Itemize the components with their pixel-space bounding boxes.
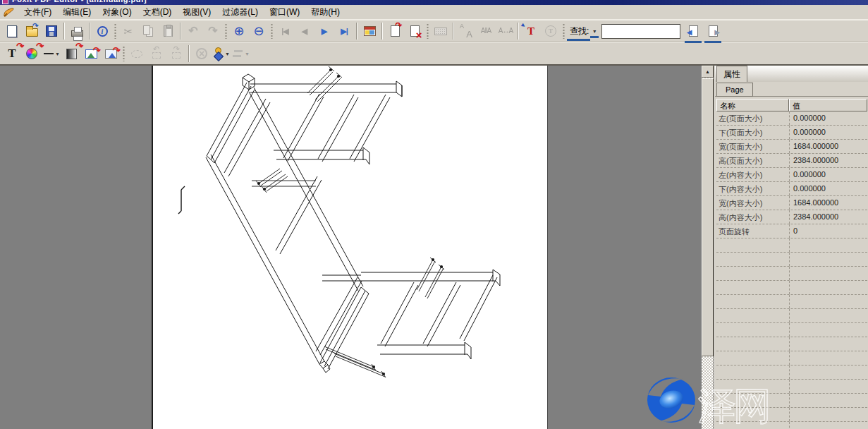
property-row-7[interactable]: 高(内容大小)2384.000000 (716, 210, 867, 224)
property-row-1[interactable]: 下(页面大小)0.000000 (716, 126, 867, 140)
vertical-scrollbar[interactable] (702, 66, 714, 429)
zoom-in-button[interactable] (230, 22, 248, 40)
property-row-4[interactable]: 左(内容大小)0.000000 (716, 168, 867, 182)
property-row-empty (716, 323, 867, 337)
find-next-button[interactable] (704, 22, 722, 40)
rotate-left-icon (152, 52, 161, 59)
zoom-out-icon (251, 23, 267, 39)
property-name: 高(内容大小) (716, 210, 789, 224)
align-objects-dropdown-arrow[interactable] (245, 52, 250, 56)
menu-item-2[interactable]: 对象(O) (97, 5, 137, 20)
menu-item-6[interactable]: 窗口(W) (264, 5, 305, 20)
delete-object-button[interactable] (192, 44, 211, 63)
toolbar-drag-handle (122, 46, 126, 61)
property-name: 左(页面大小) (716, 111, 789, 125)
column-header-value[interactable]: 值 (789, 99, 867, 111)
column-header-name[interactable]: 名称 (716, 99, 789, 111)
expand-text-button[interactable] (496, 22, 515, 40)
property-row-empty (716, 337, 867, 351)
rotate-right-button[interactable] (167, 44, 185, 63)
property-value: 0.000000 (789, 168, 867, 181)
line-style-dropdown-arrow[interactable] (55, 52, 60, 56)
next-page-button[interactable] (315, 22, 334, 40)
last-page-button[interactable] (335, 22, 353, 40)
new-document-button[interactable] (3, 22, 21, 40)
cut-button[interactable] (119, 22, 137, 40)
assembly-drawing (153, 66, 549, 429)
property-row-5[interactable]: 下(内容大小)0.000000 (716, 182, 867, 196)
zoom-in-icon (231, 23, 247, 39)
next-page-icon (317, 23, 332, 39)
insert-shape-dropdown-arrow[interactable] (225, 52, 230, 56)
line-style-icon (43, 46, 54, 61)
property-name: 宽(内容大小) (716, 196, 789, 210)
pdf-page (152, 66, 548, 429)
tab-page[interactable]: Page (716, 83, 753, 97)
document-pen-icon (3, 7, 15, 18)
virtual-keyboard-button[interactable] (432, 22, 450, 40)
property-name: 左(内容大小) (716, 168, 789, 181)
insert-text-button[interactable] (522, 22, 540, 40)
property-row-2[interactable]: 宽(页面大小)1684.000000 (716, 140, 867, 154)
property-name: 页面旋转 (716, 224, 789, 238)
page-properties-button[interactable] (360, 22, 379, 40)
edit-shading-button[interactable] (62, 44, 80, 63)
property-row-empty (716, 253, 867, 267)
edit-color-button[interactable] (23, 44, 41, 63)
edit-text-button[interactable] (3, 44, 21, 63)
document-info-button[interactable] (93, 22, 111, 40)
property-value: 1684.000000 (789, 140, 867, 153)
toolbar-separator (518, 23, 519, 40)
menu-item-0[interactable]: 文件(F) (18, 5, 57, 20)
first-page-button[interactable] (276, 22, 294, 40)
last-page-icon (336, 23, 352, 39)
rotate-left-button[interactable] (147, 44, 166, 63)
property-row-empty (716, 309, 867, 323)
condense-text-button[interactable] (477, 22, 495, 40)
scrollbar-thumb[interactable] (702, 78, 714, 356)
find-prev-button[interactable] (684, 22, 702, 40)
find-input[interactable] (601, 24, 680, 39)
select-area-button[interactable] (128, 44, 146, 63)
copy-button[interactable] (139, 22, 157, 40)
menu-item-5[interactable]: 过滤器(L) (216, 5, 264, 20)
paste-button[interactable] (159, 22, 177, 40)
document-info-icon (97, 26, 108, 37)
undo-button[interactable] (184, 22, 202, 40)
insert-image-button[interactable] (102, 44, 120, 63)
replace-font-icon (458, 23, 474, 39)
print-button[interactable] (68, 22, 86, 40)
property-row-0[interactable]: 左(页面大小)0.000000 (716, 111, 867, 126)
property-row-empty (716, 365, 867, 380)
document-canvas (0, 66, 702, 429)
edit-shading-icon (63, 46, 79, 61)
edit-image-button[interactable] (82, 44, 100, 63)
open-file-button[interactable] (23, 22, 41, 40)
menu-item-1[interactable]: 编辑(E) (57, 5, 97, 20)
menu-item-3[interactable]: 文档(D) (137, 5, 178, 20)
zoom-out-button[interactable] (250, 22, 268, 40)
property-row-3[interactable]: 高(页面大小)2384.000000 (716, 154, 867, 168)
property-name: 下(内容大小) (716, 182, 789, 195)
replace-font-button[interactable] (457, 22, 475, 40)
insert-text-icon (523, 23, 539, 39)
redo-button[interactable] (204, 22, 222, 40)
menu-item-7[interactable]: 帮助(H) (305, 5, 346, 20)
find-prev-icon (689, 25, 698, 37)
prev-page-button[interactable] (295, 22, 314, 40)
insert-shape-button[interactable] (212, 44, 231, 63)
scroll-up-button[interactable] (702, 66, 714, 78)
rotate-text-button[interactable] (542, 22, 560, 40)
line-style-button[interactable] (42, 44, 61, 63)
property-row-6[interactable]: 宽(内容大小)1684.000000 (716, 196, 867, 210)
save-file-button[interactable] (42, 22, 61, 40)
insert-page-button[interactable] (386, 22, 404, 40)
rotate-right-icon (172, 52, 181, 59)
find-history-dropdown-arrow[interactable] (590, 28, 599, 35)
property-row-8[interactable]: 页面旋转0 (716, 224, 867, 238)
cut-icon (121, 23, 136, 39)
align-objects-button[interactable] (232, 44, 250, 63)
delete-page-button[interactable] (405, 22, 424, 40)
virtual-keyboard-icon (434, 28, 447, 35)
menu-item-4[interactable]: 视图(V) (177, 5, 216, 20)
